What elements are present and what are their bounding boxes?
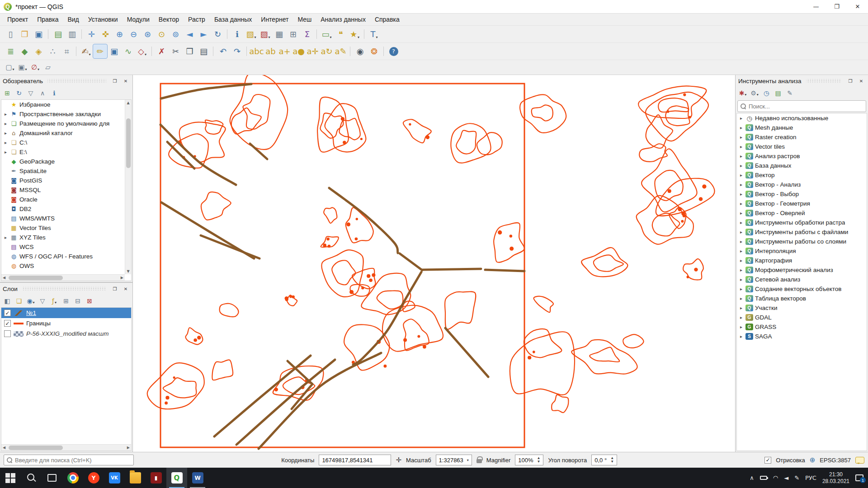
select-by-value-button[interactable]: ▣ ▾ [16,61,29,73]
minimize-button[interactable]: — [806,0,826,13]
browser-undock-button[interactable]: ❐ [111,77,119,85]
panel-drag-handle[interactable] [22,287,106,291]
toolbox-models-button[interactable]: ✱ ▾ [737,88,748,99]
vertex-tool-button[interactable]: ◇ ▾ [135,44,149,58]
filter-legend-button[interactable]: ▽ [37,296,48,306]
pan-to-selection-button[interactable]: ✜ [99,27,113,41]
taskbar-vk-button[interactable]: VK [104,468,125,488]
maximize-button[interactable]: ❐ [826,0,847,13]
panel-drag-handle[interactable] [806,79,842,83]
layers-horizontal-scrollbar[interactable]: ◀ ▶ [1,444,131,450]
zoom-out-button[interactable]: ⊖ [127,27,141,41]
scale-combobox[interactable]: 1:327863 ▾ [436,455,472,465]
taskbar-redapp-button[interactable]: ▮ [146,468,166,488]
expand-arrow-icon[interactable]: ▸ [739,116,744,121]
new-project-button[interactable]: ▯ [4,27,18,41]
open-project-button[interactable]: ❐ [18,27,32,41]
layers-close-button[interactable]: ✕ [122,285,130,293]
layer-visibility-checkbox[interactable]: ✓ [4,310,11,316]
taskbar-qgis-button[interactable]: Q [166,468,187,488]
new-map-view-button[interactable]: ▱ [42,61,54,73]
magnifier-spinbox[interactable]: 100% ▲▼ [515,455,543,465]
map-tips-button[interactable]: ❝ [334,27,348,41]
coordinates-input[interactable] [319,455,391,465]
browser-item-drive-e[interactable]: ▸ ❏ E:\ [1,147,125,157]
data-source-manager-button[interactable]: ≣ [4,44,18,58]
expand-arrow-icon[interactable]: ▸ [739,267,744,272]
browser-item-oracle[interactable]: ▸ ◙ Oracle [1,195,125,204]
notification-button[interactable]: 1 [855,474,863,481]
redo-button[interactable]: ↷ [230,44,244,58]
browser-item-drive-c[interactable]: ▸ ❏ C:\ [1,138,125,147]
expand-arrow-icon[interactable]: ▸ [3,112,8,117]
toolbox-item-interpolation[interactable]: ▸ Q Интерполяция [737,246,867,256]
taskbar-chrome-button[interactable] [62,468,83,488]
highlight-labels-button[interactable]: a● [292,44,306,58]
layer-diagram-button[interactable]: ab [264,44,278,58]
locator-search[interactable] [4,455,134,465]
expand-arrow-icon[interactable]: ▸ [739,135,744,140]
add-line-feature-button[interactable]: ∿ [121,44,135,58]
menu-web[interactable]: Интернет [256,14,293,25]
expand-arrow-icon[interactable]: ▸ [739,296,744,301]
toolbox-item-vector-tiles[interactable]: ▸ Q Vector tiles [737,142,867,151]
taskbar-word-button[interactable]: W [187,468,208,488]
pen-icon[interactable]: ✎ [794,474,799,481]
toolbox-close-button[interactable]: ✕ [857,77,865,85]
new-geopackage-layer-button[interactable]: ◆ [18,44,32,58]
toolbox-item-vector-overlay[interactable]: ▸ Q Вектор - Оверлей [737,208,867,218]
help-button[interactable]: ? [387,44,401,58]
zoom-to-layer-button[interactable]: ⊚ [169,27,183,41]
expand-arrow-icon[interactable]: ▸ [739,125,744,130]
toolbox-item-cartography[interactable]: ▸ Q Картография [737,256,867,265]
toolbox-history-button[interactable]: ◷ [761,88,772,99]
zoom-full-button[interactable]: ⊛ [141,27,155,41]
toolbox-item-raster-creation[interactable]: ▸ Q Raster creation [737,132,867,142]
browser-item-wcs[interactable]: ▸ ▤ WCS [1,242,125,252]
extent-tracking-icon[interactable]: ✛ [396,456,401,464]
toolbox-item-vector-geometry[interactable]: ▸ Q Вектор - Геометрия [737,199,867,208]
layer-styling-button[interactable]: ◧ [2,296,13,306]
panel-drag-handle[interactable] [47,79,106,83]
browser-close-button[interactable]: ✕ [122,77,130,85]
taskbar-taskview-button[interactable] [42,468,62,488]
zoom-next-button[interactable]: ► [197,27,211,41]
expand-all-button[interactable]: ⊞ [61,296,71,306]
expand-arrow-icon[interactable]: ▸ [739,192,744,197]
volume-icon[interactable]: ◄ [784,474,788,481]
toolbox-item-morphometric[interactable]: ▸ Q Морфометрический анализ [737,265,867,275]
pan-map-button[interactable]: ✛ [85,27,99,41]
expand-arrow-icon[interactable]: ▸ [3,131,8,136]
cut-features-button[interactable]: ✂ [169,44,183,58]
menu-edit[interactable]: Правка [33,14,63,25]
expand-arrow-icon[interactable]: ▸ [739,154,744,159]
map-canvas[interactable] [133,75,735,452]
scroll-up-icon[interactable]: ▲ [127,100,129,106]
search-plugin-button[interactable]: ◉ [353,44,367,58]
chevron-down-icon[interactable]: ▾ [467,458,469,462]
deselect-features-button[interactable]: ▨ ▾ [258,27,272,41]
toolbox-item-saga[interactable]: ▸ S SAGA [737,332,867,341]
toolbox-search-input[interactable] [749,103,863,110]
render-checkbox[interactable]: ✓ [764,457,771,464]
toolbox-search[interactable] [737,100,866,112]
toolbox-item-raster-tools[interactable]: ▸ Q Инструменты обработки растра [737,218,867,227]
expand-arrow-icon[interactable]: ▸ [739,324,744,329]
toolbox-item-vector-creation[interactable]: ▸ Q Создание векторных объектов [737,284,867,294]
layer-item-n1[interactable]: ✓ №1 [1,308,131,318]
layer-item-raster[interactable]: ✓ P-56-XXXIG_modified масшт [1,328,131,339]
browser-item-wfs[interactable]: ▸ ◍ WFS / OGC API - Features [1,252,125,261]
scroll-left-icon[interactable]: ◀ [1,276,7,280]
remove-layer-button[interactable]: ⊠ [84,296,95,306]
crs-value[interactable]: EPSG:3857 [820,457,851,464]
browser-item-spatial-bookmarks[interactable]: ▸ ⚑ Пространственные закладки [1,109,125,119]
browser-filter-button[interactable]: ▽ [25,88,36,99]
select-by-form-button[interactable]: ▢ ▾ [4,61,16,73]
menu-plugins[interactable]: Модули [123,14,154,25]
toolbox-item-vector-table[interactable]: ▸ Q Таблица векторов [737,294,867,303]
collapse-all-button[interactable]: ⊟ [72,296,83,306]
taskbar-explorer-button[interactable] [125,468,146,488]
expand-arrow-icon[interactable]: ▸ [739,230,744,235]
layers-undock-button[interactable]: ❐ [111,285,119,293]
zoom-to-selection-button[interactable]: ⊙ [155,27,169,41]
